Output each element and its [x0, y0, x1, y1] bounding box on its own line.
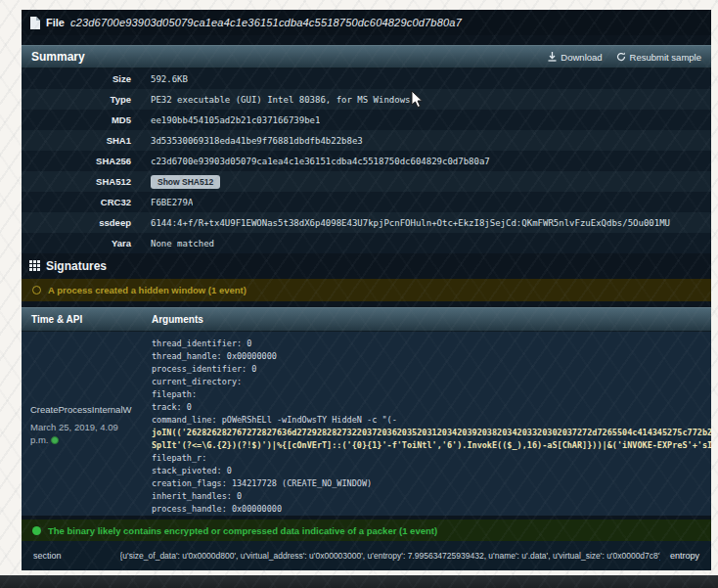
- summary-title: Summary: [31, 50, 85, 64]
- time-api-cell: CreateProcessInternalW March 25, 2019, 4…: [22, 332, 152, 516]
- row-value: 6144:4+f/R+tx4U9F1EWONas5t38dX6p4098E43U…: [151, 218, 670, 228]
- arg-line: thread_handle: 0x00000000: [152, 350, 711, 363]
- arg-line: process_handle: 0x00000000: [152, 503, 711, 516]
- table-row: SHA1 3d53530069318eda41be9f76881dbdfb4b2…: [22, 130, 711, 151]
- table-row: CRC32 F6BE279A: [22, 192, 711, 212]
- section-label: section: [33, 551, 62, 561]
- row-value: 3d53530069318eda41be9f76881dbdfb4b22b8e3: [151, 136, 363, 146]
- api-name: CreateProcessInternalW: [30, 404, 148, 415]
- arg-line: thread_identifier: 0: [152, 338, 711, 350]
- row-value: ee190bb454105ad2b21c037166739be1: [151, 115, 320, 125]
- show-sha512-button[interactable]: Show SHA512: [151, 175, 220, 189]
- arguments-cell: thread_identifier: 0 thread_handle: 0x00…: [152, 332, 711, 516]
- signature-banner-hidden-window[interactable]: A process created a hidden window (1 eve…: [22, 279, 711, 301]
- col-time-api: Time & API: [22, 314, 152, 325]
- file-label: File: [46, 17, 65, 28]
- file-titlebar: File c23d6700e93903d05079ca1ea4c1e36151c…: [22, 10, 711, 35]
- arg-command-split: SplIt'(?<=\G.{2})(?!$)')|%{[cOnVErT]::('…: [152, 439, 711, 452]
- table-row: Type PE32 executable (GUI) Intel 80386, …: [22, 89, 711, 110]
- api-timestamp: March 25, 2019, 4.09 p.m.: [30, 421, 148, 446]
- arg-line: filepath:: [152, 388, 711, 401]
- table-row: SHA256 c23d6700e93903d05079ca1ea4c1e3615…: [22, 151, 711, 171]
- resubmit-button[interactable]: Resubmit sample: [616, 52, 701, 63]
- file-icon: [30, 17, 40, 29]
- resubmit-label: Resubmit sample: [630, 52, 701, 63]
- download-label: Download: [561, 52, 602, 63]
- arg-command-hex: joIN(('262826282767272827636d27292828273…: [152, 427, 711, 439]
- table-row: Size 592.6KB: [22, 68, 711, 89]
- col-arguments: Arguments: [152, 314, 203, 325]
- row-label: MD5: [22, 114, 131, 125]
- entropy-tag: entropy: [670, 551, 699, 561]
- summary-table: Size 592.6KB Type PE32 executable (GUI) …: [22, 68, 711, 253]
- row-label: ssdeep: [22, 217, 131, 228]
- row-value: None matched: [151, 239, 214, 249]
- download-icon: [548, 52, 557, 62]
- signature-banner-text: The binary likely contains encrypted or …: [48, 525, 437, 536]
- signature-table-header: Time & API Arguments: [22, 307, 711, 332]
- timestamp-date: March 25, 2019, 4.09: [30, 422, 118, 432]
- arg-line: current_directory:: [152, 376, 711, 388]
- signature-success-icon: [32, 526, 41, 535]
- row-value: PE32 executable (GUI) Intel 80386, for M…: [151, 95, 411, 105]
- refresh-icon: [616, 52, 626, 62]
- grid-icon: [29, 257, 40, 275]
- signature-warning-icon: [32, 286, 41, 294]
- bottom-bar: [0, 575, 718, 588]
- signatures-title: Signatures: [46, 259, 107, 273]
- signature-banner-packer[interactable]: The binary likely contains encrypted or …: [22, 520, 711, 541]
- arg-line: stack_pivoted: 0: [152, 465, 711, 477]
- arg-line: filepath_r:: [152, 452, 711, 465]
- row-label: SHA1: [22, 135, 131, 146]
- table-row: Yara None matched: [22, 233, 711, 253]
- arg-line: inherit_handles: 0: [152, 490, 711, 503]
- row-value: 592.6KB: [151, 74, 188, 84]
- arg-line: process_identifier: 0: [152, 363, 711, 376]
- signature-banner-text: A process created a hidden window (1 eve…: [48, 285, 247, 295]
- row-label: Type: [22, 94, 131, 105]
- row-label: SHA256: [22, 156, 131, 166]
- signature-table-body: CreateProcessInternalW March 25, 2019, 4…: [22, 332, 711, 516]
- timestamp-meridiem: p.m.: [30, 434, 48, 445]
- row-label: Yara: [22, 238, 131, 249]
- download-button[interactable]: Download: [548, 52, 602, 63]
- table-row: MD5 ee190bb454105ad2b21c037166739be1: [22, 110, 711, 130]
- signatures-header: Signatures: [22, 253, 711, 279]
- report-panel: File c23d6700e93903d05079ca1ea4c1e36151c…: [22, 10, 711, 570]
- arg-line: track: 0: [152, 401, 711, 414]
- row-label: SHA512: [22, 176, 131, 187]
- success-dot-icon: [51, 436, 59, 444]
- file-hash: c23d6700e93903d05079ca1ea4c1e36151cdba4c…: [70, 17, 462, 28]
- row-value: F6BE279A: [151, 198, 193, 207]
- table-row: SHA512 Show SHA512: [22, 171, 711, 192]
- arg-command-line: command_line: pOWeRShELl -wIndOwsTY Hidd…: [152, 414, 711, 427]
- section-value: {u'size_of_data': u'0x0000d800', u'virtu…: [120, 551, 660, 561]
- row-label: Size: [22, 73, 131, 84]
- table-row: ssdeep 6144:4+f/R+tx4U9F1EWONas5t38dX6p4…: [22, 212, 711, 233]
- row-label: CRC32: [22, 197, 131, 207]
- summary-header: Summary Download Resubmit sample: [22, 45, 711, 68]
- row-value: c23d6700e93903d05079ca1ea4c1e36151cdba4c…: [151, 157, 490, 166]
- arg-line: creation_flags: 134217728 (CREATE_NO_WIN…: [152, 477, 711, 490]
- section-entropy-row: section {u'size_of_data': u'0x0000d800',…: [22, 541, 711, 570]
